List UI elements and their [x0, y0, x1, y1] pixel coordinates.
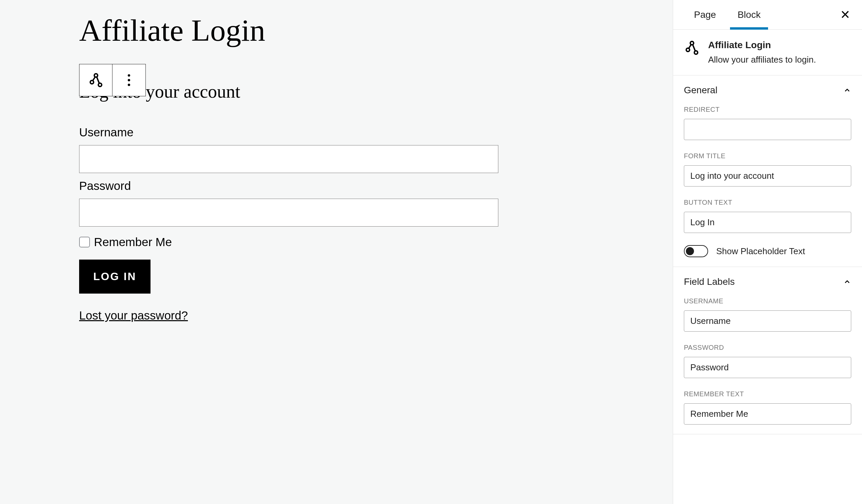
affiliate-icon [684, 40, 700, 56]
chevron-up-icon [843, 86, 851, 94]
tab-page[interactable]: Page [683, 0, 727, 30]
tab-block[interactable]: Block [727, 0, 771, 30]
field-remember-label: REMEMBER TEXT [684, 390, 851, 425]
block-icon-button[interactable] [79, 64, 113, 96]
affiliate-icon [88, 72, 104, 88]
toggle-knob [686, 247, 694, 255]
panel-general-title: General [684, 85, 718, 96]
field-username-label: USERNAME [684, 297, 851, 332]
password-label: Password [79, 179, 498, 193]
username-field-label: USERNAME [684, 297, 851, 305]
panel-field-labels-header[interactable]: Field Labels [684, 276, 851, 287]
content-area: Affiliate Login Log into [0, 0, 498, 322]
close-icon: ✕ [840, 8, 850, 22]
settings-sidebar: Page Block ✕ Affiliate Login Allow your … [673, 0, 862, 504]
panel-field-labels: Field Labels USERNAME PASSWORD REMEMBER … [673, 267, 862, 434]
remember-field-label: REMEMBER TEXT [684, 390, 851, 398]
block-info-text: Affiliate Login Allow your affiliates to… [708, 40, 816, 65]
more-options-button[interactable] [113, 64, 145, 96]
panel-general-body: REDIRECT FORM TITLE BUTTON TEXT Show Pla… [684, 106, 851, 257]
form-title-input[interactable] [684, 165, 851, 186]
page-title: Affiliate Login [79, 13, 498, 48]
block-info: Affiliate Login Allow your affiliates to… [673, 30, 862, 76]
password-field-label: PASSWORD [684, 344, 851, 352]
login-button[interactable]: LOG IN [79, 260, 151, 294]
username-field-input[interactable] [684, 310, 851, 332]
close-sidebar-button[interactable]: ✕ [838, 8, 852, 22]
form-title-label: FORM TITLE [684, 152, 851, 160]
button-text-input[interactable] [684, 212, 851, 233]
panel-field-labels-title: Field Labels [684, 276, 735, 287]
block-info-description: Allow your affiliates to login. [708, 55, 816, 65]
sidebar-tabs: Page Block ✕ [673, 0, 862, 30]
remember-checkbox[interactable] [79, 237, 90, 248]
svg-point-7 [128, 83, 130, 86]
field-form-title: FORM TITLE [684, 152, 851, 186]
svg-point-5 [128, 74, 130, 77]
editor-canvas: Affiliate Login Log into [0, 0, 673, 504]
show-placeholder-toggle[interactable] [684, 245, 708, 257]
lost-password-link[interactable]: Lost your password? [79, 309, 188, 322]
chevron-up-icon [843, 278, 851, 286]
redirect-input[interactable] [684, 119, 851, 140]
svg-line-12 [693, 44, 695, 51]
password-field-input[interactable] [684, 357, 851, 378]
toggle-placeholder-row: Show Placeholder Text [684, 245, 851, 257]
more-vertical-icon [121, 72, 137, 88]
svg-line-3 [93, 77, 95, 81]
block-toolbar [79, 64, 146, 96]
svg-point-6 [128, 79, 130, 81]
panel-general: General REDIRECT FORM TITLE BUTTON TEXT [673, 76, 862, 267]
remember-field-input[interactable] [684, 403, 851, 425]
svg-line-4 [97, 77, 99, 83]
remember-label: Remember Me [94, 235, 172, 249]
username-input[interactable] [79, 145, 498, 173]
panel-general-header[interactable]: General [684, 85, 851, 96]
show-placeholder-label: Show Placeholder Text [716, 246, 805, 256]
remember-row: Remember Me [79, 235, 498, 249]
button-text-label: BUTTON TEXT [684, 199, 851, 207]
svg-line-11 [689, 44, 691, 49]
panel-field-labels-body: USERNAME PASSWORD REMEMBER TEXT [684, 297, 851, 425]
field-redirect: REDIRECT [684, 106, 851, 140]
field-button-text: BUTTON TEXT [684, 199, 851, 233]
username-label: Username [79, 125, 498, 139]
block-info-title: Affiliate Login [708, 40, 816, 51]
password-input[interactable] [79, 199, 498, 227]
field-password-label: PASSWORD [684, 344, 851, 378]
redirect-label: REDIRECT [684, 106, 851, 114]
